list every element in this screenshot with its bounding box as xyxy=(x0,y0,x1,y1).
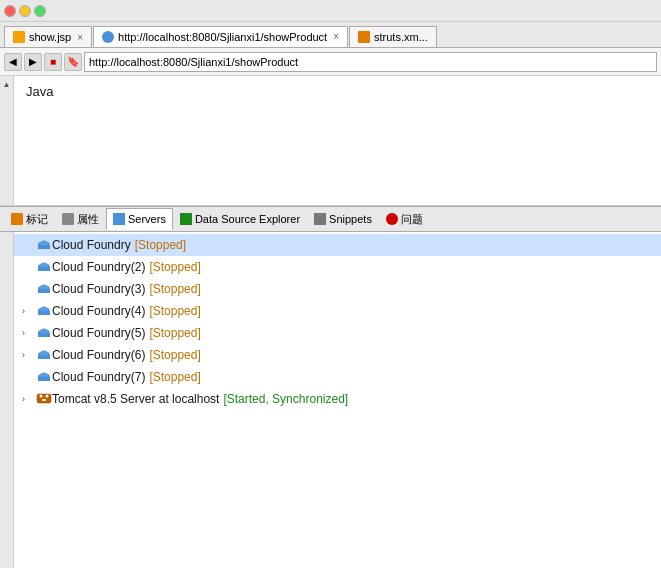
server-status-badge: [Started, Synchronized] xyxy=(223,392,348,406)
tab-label: show.jsp xyxy=(29,31,71,43)
server-item-cf3[interactable]: Cloud Foundry (3) [Stopped] xyxy=(14,278,661,300)
back-icon: ◀ xyxy=(9,56,17,67)
wenti-icon xyxy=(386,213,398,225)
svg-point-37 xyxy=(46,394,49,397)
cloud-foundry-icon xyxy=(36,369,52,386)
server-name: Tomcat v8.5 Server at localhost xyxy=(52,392,219,406)
tab-close-icon[interactable]: × xyxy=(77,32,83,43)
xml-icon xyxy=(358,31,370,43)
server-name: Cloud Foundry xyxy=(52,282,131,296)
tab-shuxing[interactable]: 属性 xyxy=(55,208,106,230)
server-name: Cloud Foundry xyxy=(52,370,131,384)
server-number: (7) xyxy=(131,370,146,384)
tab-wenti[interactable]: 问题 xyxy=(379,208,430,230)
server-list: Cloud Foundry [Stopped] Cloud Foundry (2… xyxy=(14,232,661,568)
tab-label: struts.xm... xyxy=(374,31,428,43)
cloud-foundry-icon xyxy=(36,237,52,254)
bottom-tab-label: Snippets xyxy=(329,213,372,225)
server-name: Cloud Foundry xyxy=(52,326,131,340)
file-icon xyxy=(13,31,25,43)
svg-rect-35 xyxy=(37,394,51,403)
svg-rect-4 xyxy=(38,245,50,249)
server-status-badge: [Stopped] xyxy=(135,238,186,252)
server-name: Cloud Foundry xyxy=(52,238,131,252)
expand-arrow-icon[interactable]: › xyxy=(22,328,34,338)
server-item-cf1[interactable]: Cloud Foundry [Stopped] xyxy=(14,234,661,256)
server-item-cf4[interactable]: › Cloud Foundry (4) [Stopped] xyxy=(14,300,661,322)
globe-icon xyxy=(102,31,114,43)
biaoji-icon xyxy=(11,213,23,225)
tab-show-jsp[interactable]: show.jsp × xyxy=(4,26,92,47)
server-item-cf6[interactable]: › Cloud Foundry (6) [Stopped] xyxy=(14,344,661,366)
bookmark-button[interactable]: 🔖 xyxy=(64,53,82,71)
cloud-foundry-icon xyxy=(36,281,52,298)
back-button[interactable]: ◀ xyxy=(4,53,22,71)
forward-icon: ▶ xyxy=(29,56,37,67)
server-sidebar-scroll xyxy=(0,232,14,568)
close-button[interactable] xyxy=(4,5,16,17)
stop-button[interactable]: ■ xyxy=(44,53,62,71)
tab-datasource[interactable]: Data Source Explorer xyxy=(173,208,307,230)
shuxing-icon xyxy=(62,213,74,225)
server-name: Cloud Foundry xyxy=(52,348,131,362)
address-input[interactable] xyxy=(84,52,657,72)
server-status-badge: [Stopped] xyxy=(149,260,200,274)
bottom-tab-label: 属性 xyxy=(77,212,99,227)
bottom-tab-label: 标记 xyxy=(26,212,48,227)
expand-arrow-icon[interactable]: › xyxy=(22,350,34,360)
server-item-tomcat[interactable]: › Tomcat v8.5 Server at localhost [Start… xyxy=(14,388,661,410)
server-panel: Cloud Foundry [Stopped] Cloud Foundry (2… xyxy=(0,232,661,568)
scroll-up-icon[interactable]: ▲ xyxy=(3,78,11,92)
server-number: (2) xyxy=(131,260,146,274)
server-name: Cloud Foundry xyxy=(52,260,131,274)
maximize-button[interactable] xyxy=(34,5,46,17)
server-status-badge: [Stopped] xyxy=(149,326,200,340)
server-item-cf7[interactable]: Cloud Foundry (7) [Stopped] xyxy=(14,366,661,388)
bookmark-icon: 🔖 xyxy=(67,56,79,67)
svg-rect-29 xyxy=(38,355,50,359)
address-bar: ◀ ▶ ■ 🔖 xyxy=(0,48,661,76)
svg-rect-38 xyxy=(42,399,46,401)
server-status-badge: [Stopped] xyxy=(149,370,200,384)
tab-snippets[interactable]: Snippets xyxy=(307,208,379,230)
window-chrome xyxy=(0,0,661,22)
cloud-foundry-icon xyxy=(36,325,52,342)
svg-rect-24 xyxy=(38,333,50,337)
server-status-badge: [Stopped] xyxy=(149,282,200,296)
server-number: (5) xyxy=(131,326,146,340)
java-text: Java xyxy=(26,80,53,103)
tab-struts[interactable]: struts.xm... xyxy=(349,26,437,47)
svg-rect-19 xyxy=(38,311,50,315)
expand-arrow-icon[interactable]: › xyxy=(22,394,34,404)
tab-servers[interactable]: Servers xyxy=(106,208,173,230)
stop-icon: ■ xyxy=(50,56,56,67)
cloud-foundry-icon xyxy=(36,347,52,364)
datasource-icon xyxy=(180,213,192,225)
tab-biaoji[interactable]: 标记 xyxy=(4,208,55,230)
browser-content: Java xyxy=(14,76,661,205)
server-item-cf5[interactable]: › Cloud Foundry (5) [Stopped] xyxy=(14,322,661,344)
cloud-foundry-icon xyxy=(36,259,52,276)
forward-button[interactable]: ▶ xyxy=(24,53,42,71)
server-item-cf2[interactable]: Cloud Foundry (2) [Stopped] xyxy=(14,256,661,278)
svg-rect-9 xyxy=(38,267,50,271)
tab-bar: show.jsp × http://localhost:8080/Sjlianx… xyxy=(0,22,661,48)
svg-rect-34 xyxy=(38,377,50,381)
server-number: (3) xyxy=(131,282,146,296)
minimize-button[interactable] xyxy=(19,5,31,17)
cloud-foundry-icon xyxy=(36,303,52,320)
server-status-badge: [Stopped] xyxy=(149,348,200,362)
bottom-tab-bar: 标记 属性 Servers Data Source Explorer Snipp… xyxy=(0,206,661,232)
window-controls xyxy=(4,5,46,17)
server-status-badge: [Stopped] xyxy=(149,304,200,318)
bottom-tab-label: Servers xyxy=(128,213,166,225)
bottom-tab-label: Data Source Explorer xyxy=(195,213,300,225)
tab-browser[interactable]: http://localhost:8080/Sjlianxi1/showProd… xyxy=(93,26,348,47)
svg-point-36 xyxy=(40,394,43,397)
svg-rect-14 xyxy=(38,289,50,293)
snippets-icon xyxy=(314,213,326,225)
expand-arrow-icon[interactable]: › xyxy=(22,306,34,316)
left-scrollbar[interactable]: ▲ xyxy=(0,76,14,205)
servers-icon xyxy=(113,213,125,225)
tab-close-icon[interactable]: × xyxy=(333,31,339,42)
